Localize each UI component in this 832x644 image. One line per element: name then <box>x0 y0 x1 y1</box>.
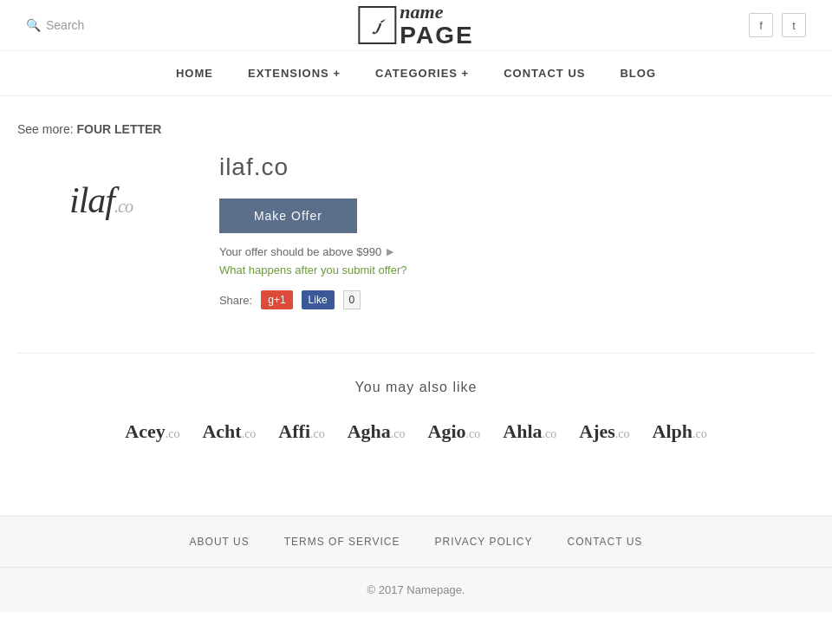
domain-logo-name: ilaf <box>69 180 114 220</box>
site-footer: ABOUT US TERMS OF SERVICE PRIVACY POLICY… <box>0 516 832 612</box>
domain-card-tld: .co <box>692 427 707 440</box>
domain-card-tld: .co <box>391 427 406 440</box>
domain-logo-tld: .co <box>114 197 133 216</box>
nav-categories[interactable]: CATEGORIES + <box>375 67 469 80</box>
domain-card[interactable]: Ajes.co <box>572 417 636 446</box>
facebook-count: 0 <box>343 290 361 309</box>
domain-card[interactable]: Agio.co <box>421 417 488 446</box>
suggestions-title: You may also like <box>17 380 815 395</box>
domain-card-tld: .co <box>615 427 630 440</box>
offer-info: Your offer should be above $990 ▶ <box>219 245 815 258</box>
domain-card-name: Affi <box>278 420 310 442</box>
facebook-like-button[interactable]: Like <box>302 290 335 309</box>
nav-contact[interactable]: CONTACT US <box>504 67 585 80</box>
facebook-icon[interactable]: f <box>749 13 773 37</box>
logo-icon-char: 𝓳 <box>375 15 379 35</box>
google-plus-button[interactable]: g+1 <box>261 290 292 309</box>
domain-card-tld: .co <box>543 427 557 440</box>
see-more: See more: FOUR LETTER <box>17 122 815 136</box>
logo[interactable]: 𝓳 name PAGE <box>358 2 473 49</box>
make-offer-button[interactable]: Make Offer <box>219 198 357 233</box>
site-header: 🔍 Search 𝓳 name PAGE f t <box>0 0 832 51</box>
logo-icon-box: 𝓳 <box>358 6 396 44</box>
footer-links: ABOUT US TERMS OF SERVICE PRIVACY POLICY… <box>0 517 832 568</box>
domain-card-tld: .co <box>466 427 481 440</box>
share-label: Share: <box>219 294 252 307</box>
search-area[interactable]: 🔍 Search <box>26 18 84 32</box>
domain-card-name: Acht <box>202 420 241 442</box>
social-icons: f t <box>749 13 806 37</box>
footer-copyright: © 2017 Namepage. <box>0 568 832 612</box>
domain-card-name: Agha <box>348 420 391 442</box>
main-content: See more: FOUR LETTER ilaf.co ilaf.co Ma… <box>0 96 832 472</box>
nav-home[interactable]: HOME <box>176 67 213 80</box>
domain-card-name: Agio <box>428 420 466 442</box>
offer-info-text: Your offer should be above $990 <box>219 245 381 258</box>
logo-area: 𝓳 name PAGE <box>358 2 473 49</box>
see-more-label: See more: <box>17 122 74 136</box>
domain-card-tld: .co <box>310 427 325 440</box>
twitter-icon[interactable]: t <box>782 13 806 37</box>
domain-card[interactable]: Alph.co <box>646 417 714 446</box>
domain-logo-display: ilaf.co <box>69 179 133 221</box>
domain-card-name: Ahla <box>503 420 542 442</box>
domain-card[interactable]: Acht.co <box>195 417 263 446</box>
domain-card-name: Acey <box>125 420 165 442</box>
suggestions-section: You may also like Acey.coAcht.coAffi.coA… <box>17 353 815 446</box>
domain-cards: Acey.coAcht.coAffi.coAgha.coAgio.coAhla.… <box>17 417 815 446</box>
domain-card-tld: .co <box>242 427 257 440</box>
search-icon: 🔍 <box>26 18 41 32</box>
domain-card[interactable]: Agha.co <box>341 417 413 446</box>
domain-card-tld: .co <box>166 427 180 440</box>
nav-extensions[interactable]: EXTENSIONS + <box>248 67 341 80</box>
domain-card[interactable]: Affi.co <box>271 417 331 446</box>
logo-name: name <box>400 2 473 23</box>
domain-card[interactable]: Ahla.co <box>496 417 563 446</box>
what-happens-link[interactable]: What happens after you submit offer? <box>219 263 815 276</box>
logo-text: name PAGE <box>400 2 473 49</box>
domain-card[interactable]: Acey.co <box>118 417 186 446</box>
fb-like-label: Like <box>309 294 328 306</box>
nav-blog[interactable]: BLOG <box>620 67 656 80</box>
domain-title: ilaf.co <box>219 153 815 181</box>
search-label[interactable]: Search <box>46 18 84 32</box>
footer-terms[interactable]: TERMS OF SERVICE <box>284 536 400 548</box>
share-area: Share: g+1 Like 0 <box>219 290 815 309</box>
domain-card-name: Alph <box>653 420 692 442</box>
domain-display: ilaf.co ilaf.co Make Offer Your offer sh… <box>17 153 815 309</box>
logo-page: PAGE <box>400 23 473 49</box>
main-nav: HOME EXTENSIONS + CATEGORIES + CONTACT U… <box>0 51 832 96</box>
domain-card-name: Ajes <box>579 420 615 442</box>
gplus-label: g+1 <box>268 294 285 306</box>
domain-info-panel: ilaf.co Make Offer Your offer should be … <box>185 153 815 309</box>
footer-brand-link[interactable]: Namepage. <box>406 583 465 596</box>
footer-about[interactable]: ABOUT US <box>190 536 250 548</box>
offer-arrow-icon: ▶ <box>387 246 393 257</box>
see-more-link[interactable]: FOUR LETTER <box>76 122 161 136</box>
copyright-year: © 2017 <box>367 583 404 596</box>
footer-privacy[interactable]: PRIVACY POLICY <box>435 536 533 548</box>
footer-contact[interactable]: CONTACT US <box>567 536 642 548</box>
